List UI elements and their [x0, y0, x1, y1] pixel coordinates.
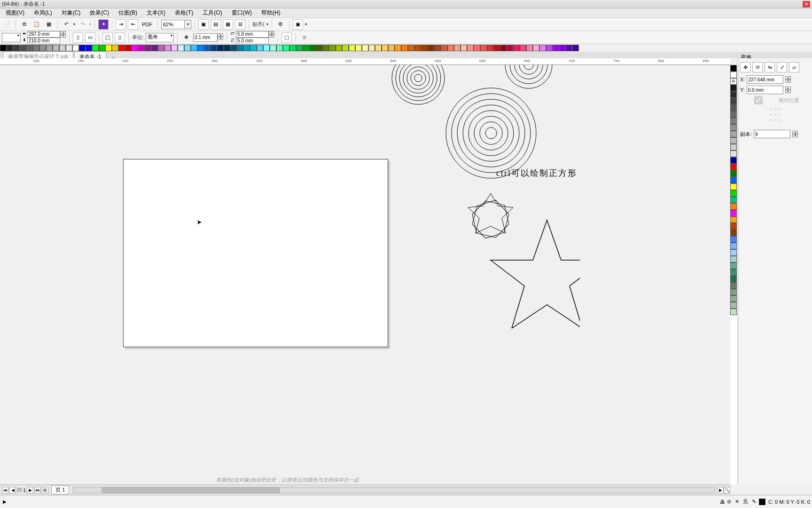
- transform-mirror-icon[interactable]: ⇋: [765, 62, 775, 72]
- fill-none-icon[interactable]: ⊘: [727, 499, 731, 505]
- color-swatch[interactable]: [730, 236, 737, 243]
- color-swatch[interactable]: [730, 104, 737, 111]
- canvas[interactable]: ➤ ctrl可以绘制正方形: [0, 65, 730, 484]
- color-swatch[interactable]: [92, 45, 99, 51]
- color-swatch[interactable]: [79, 45, 86, 51]
- color-swatch[interactable]: [730, 289, 737, 295]
- current-page-icon[interactable]: ▯: [115, 32, 125, 43]
- color-swatch[interactable]: [53, 45, 59, 51]
- color-swatch[interactable]: [513, 45, 520, 51]
- color-swatch[interactable]: [730, 302, 737, 309]
- color-swatch[interactable]: [191, 45, 197, 51]
- dup-x-input[interactable]: [236, 31, 269, 38]
- color-swatch[interactable]: [434, 45, 441, 51]
- color-swatch[interactable]: [500, 45, 507, 51]
- scroll-right-icon[interactable]: ▶: [717, 487, 724, 493]
- color-swatch[interactable]: [730, 157, 737, 164]
- color-swatch[interactable]: [730, 282, 737, 289]
- undo-icon[interactable]: ↶: [61, 19, 71, 30]
- color-swatch[interactable]: [72, 45, 79, 51]
- play-icon[interactable]: ▶: [0, 499, 7, 504]
- color-swatch[interactable]: [211, 45, 217, 51]
- scrollbar-thumb[interactable]: [102, 487, 280, 493]
- page-width-input[interactable]: [27, 31, 60, 38]
- chevron-down-icon[interactable]: ▾: [185, 20, 191, 29]
- color-swatch[interactable]: [257, 45, 263, 51]
- portrait-icon[interactable]: ▯: [73, 32, 83, 43]
- nudge-input[interactable]: [193, 33, 218, 42]
- color-swatch[interactable]: [480, 45, 487, 51]
- color-swatch[interactable]: [237, 45, 243, 51]
- transform-skew-icon[interactable]: ▱: [789, 62, 799, 72]
- color-swatch[interactable]: [493, 45, 500, 51]
- color-swatch[interactable]: [730, 170, 737, 177]
- color-swatch[interactable]: [421, 45, 428, 51]
- show-guides-icon[interactable]: ⊟: [235, 19, 245, 30]
- color-swatch[interactable]: [204, 45, 211, 51]
- redo-drop-icon[interactable]: ▾: [89, 22, 91, 26]
- menu-bitmap[interactable]: 位图(B): [116, 8, 140, 18]
- color-swatch[interactable]: [730, 164, 737, 170]
- nudge-spin[interactable]: ▴▾: [218, 33, 223, 42]
- all-pages-icon[interactable]: ⿴: [102, 32, 113, 43]
- color-swatch[interactable]: [105, 45, 112, 51]
- color-swatch[interactable]: [730, 309, 737, 315]
- color-swatch[interactable]: [20, 45, 26, 51]
- color-swatch[interactable]: [112, 45, 118, 51]
- undo-drop-icon[interactable]: ▾: [73, 22, 75, 26]
- y-spin[interactable]: ▴▾: [785, 87, 791, 93]
- color-swatch[interactable]: [474, 45, 480, 51]
- color-swatch[interactable]: [336, 45, 342, 51]
- color-swatch[interactable]: [303, 45, 309, 51]
- x-spin[interactable]: ▴▾: [785, 76, 791, 83]
- color-swatch[interactable]: [730, 197, 737, 203]
- color-swatch[interactable]: [322, 45, 329, 51]
- chevron-down-icon[interactable]: ▾: [305, 22, 307, 26]
- add-page-icon[interactable]: ⊞: [42, 487, 48, 493]
- color-swatch[interactable]: [730, 118, 737, 124]
- color-swatch[interactable]: [730, 203, 737, 210]
- color-palette-horizontal[interactable]: [0, 44, 812, 52]
- star-shape[interactable]: [486, 215, 580, 328]
- color-swatch[interactable]: [414, 45, 421, 51]
- color-swatch[interactable]: [368, 45, 375, 51]
- no-outline-icon[interactable]: ✕: [735, 499, 739, 505]
- outline-swatch[interactable]: [759, 499, 765, 505]
- transform-rotate-icon[interactable]: ⟳: [752, 62, 763, 72]
- color-swatch[interactable]: [730, 210, 737, 216]
- y-input[interactable]: [747, 86, 783, 94]
- color-swatch[interactable]: [382, 45, 388, 51]
- transform-position-icon[interactable]: ✥: [740, 62, 750, 72]
- paste-icon[interactable]: 📋: [31, 19, 42, 30]
- menu-window[interactable]: 窗口(W): [229, 8, 255, 18]
- redo-icon[interactable]: ↷: [77, 19, 87, 30]
- color-swatch[interactable]: [730, 71, 737, 78]
- snap-drop-icon[interactable]: ▾: [266, 22, 268, 26]
- color-swatch[interactable]: [730, 65, 737, 71]
- color-swatch[interactable]: [276, 45, 283, 51]
- treat-as-filled-icon[interactable]: ▢: [281, 32, 292, 43]
- dup-spin[interactable]: ▴▾: [269, 31, 274, 44]
- canvas-text-note[interactable]: ctrl可以绘制正方形: [496, 167, 577, 179]
- color-swatch[interactable]: [99, 45, 105, 51]
- color-swatch[interactable]: [263, 45, 270, 51]
- color-swatch[interactable]: [730, 151, 737, 157]
- color-swatch[interactable]: [546, 45, 553, 51]
- transform-size-icon[interactable]: ⤢: [777, 62, 787, 72]
- page-height-input[interactable]: [27, 38, 60, 44]
- color-swatch[interactable]: [533, 45, 539, 51]
- color-swatch[interactable]: [730, 295, 737, 302]
- color-swatch[interactable]: [454, 45, 461, 51]
- color-swatch[interactable]: [539, 45, 546, 51]
- color-swatch[interactable]: [230, 45, 237, 51]
- color-palette-vertical[interactable]: ⊘: [730, 65, 737, 484]
- color-swatch[interactable]: [730, 85, 737, 91]
- color-swatch[interactable]: [730, 256, 737, 262]
- color-swatch[interactable]: [158, 45, 164, 51]
- launch-icon[interactable]: ✦: [98, 19, 109, 30]
- color-swatch[interactable]: [125, 45, 132, 51]
- spiral-shape-1[interactable]: [390, 65, 446, 120]
- color-swatch[interactable]: [730, 216, 737, 223]
- color-swatch[interactable]: [151, 45, 158, 51]
- color-swatch[interactable]: [309, 45, 316, 51]
